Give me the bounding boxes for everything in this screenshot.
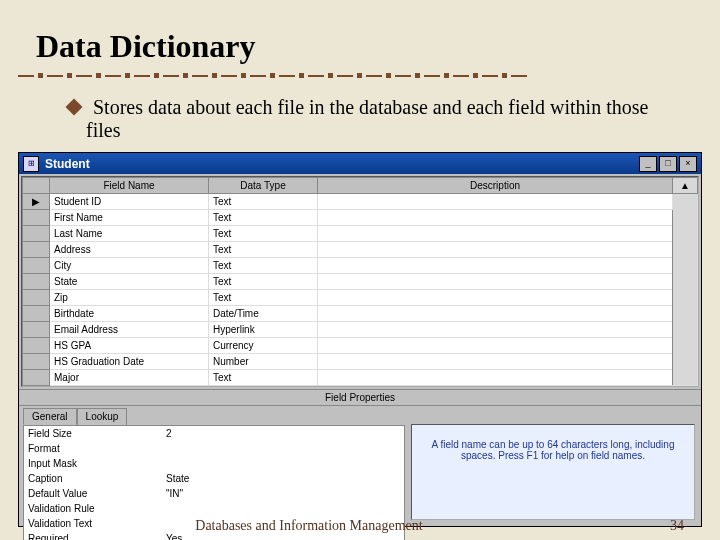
prop-key: Input Mask: [24, 456, 162, 471]
row-selector[interactable]: [23, 242, 50, 258]
row-selector[interactable]: ▶: [23, 194, 50, 210]
prop-key: Field Size: [24, 426, 162, 441]
prop-value[interactable]: 2: [162, 426, 404, 441]
cell-description[interactable]: [318, 210, 673, 226]
property-row[interactable]: Input Mask: [24, 456, 404, 471]
property-row[interactable]: Validation Rule: [24, 501, 404, 516]
bullet-text: Stores data about each file in the datab…: [0, 78, 720, 146]
table-row[interactable]: MajorText: [23, 370, 698, 386]
cell-fieldname[interactable]: Student ID: [50, 194, 209, 210]
cell-datatype[interactable]: Text: [209, 290, 318, 306]
cell-description[interactable]: [318, 354, 673, 370]
tab-general[interactable]: General: [23, 408, 77, 425]
col-datatype[interactable]: Data Type: [209, 178, 318, 194]
cell-fieldname[interactable]: City: [50, 258, 209, 274]
table-row[interactable]: Last NameText: [23, 226, 698, 242]
cell-fieldname[interactable]: Birthdate: [50, 306, 209, 322]
fields-grid: Field Name Data Type Description ▲ ▶Stud…: [21, 176, 699, 387]
properties-pane: General Lookup Field Size2FormatInput Ma…: [19, 406, 701, 526]
cell-datatype[interactable]: Text: [209, 370, 318, 386]
cell-description[interactable]: [318, 306, 673, 322]
help-panel: A field name can be up to 64 characters …: [411, 424, 695, 520]
cell-datatype[interactable]: Text: [209, 210, 318, 226]
cell-datatype[interactable]: Text: [209, 226, 318, 242]
row-selector[interactable]: [23, 322, 50, 338]
prop-key: Validation Rule: [24, 501, 162, 516]
table-row[interactable]: AddressText: [23, 242, 698, 258]
cell-fieldname[interactable]: Major: [50, 370, 209, 386]
row-selector[interactable]: [23, 226, 50, 242]
row-selector[interactable]: [23, 274, 50, 290]
prop-value[interactable]: [162, 441, 404, 456]
cell-description[interactable]: [318, 370, 673, 386]
row-selector[interactable]: [23, 210, 50, 226]
cell-datatype[interactable]: Text: [209, 258, 318, 274]
prop-key: Caption: [24, 471, 162, 486]
cell-fieldname[interactable]: Last Name: [50, 226, 209, 242]
row-selector[interactable]: [23, 354, 50, 370]
cell-datatype[interactable]: Currency: [209, 338, 318, 354]
tab-lookup[interactable]: Lookup: [77, 408, 128, 425]
window-title: Student: [45, 157, 637, 171]
cell-datatype[interactable]: Text: [209, 194, 318, 210]
property-row[interactable]: CaptionState: [24, 471, 404, 486]
table-row[interactable]: HS GPACurrency: [23, 338, 698, 354]
cell-description[interactable]: [318, 226, 673, 242]
property-row[interactable]: Format: [24, 441, 404, 456]
prop-value[interactable]: State: [162, 471, 404, 486]
cell-datatype[interactable]: Hyperlink: [209, 322, 318, 338]
table-row[interactable]: BirthdateDate/Time: [23, 306, 698, 322]
page-number: 34: [618, 518, 720, 534]
cell-fieldname[interactable]: Zip: [50, 290, 209, 306]
cell-datatype[interactable]: Text: [209, 242, 318, 258]
table-row[interactable]: First NameText: [23, 210, 698, 226]
window-titlebar: ⊞ Student _ □ ×: [19, 153, 701, 174]
cell-description[interactable]: [318, 258, 673, 274]
col-fieldname[interactable]: Field Name: [50, 178, 209, 194]
row-selector[interactable]: [23, 370, 50, 386]
row-selector[interactable]: [23, 290, 50, 306]
cell-description[interactable]: [318, 242, 673, 258]
cell-datatype[interactable]: Text: [209, 274, 318, 290]
prop-key: Format: [24, 441, 162, 456]
bullet-content: Stores data about each file in the datab…: [86, 96, 648, 141]
table-row[interactable]: ZipText: [23, 290, 698, 306]
scroll-up-icon[interactable]: ▲: [673, 178, 698, 194]
diamond-bullet-icon: [66, 99, 83, 116]
col-description[interactable]: Description: [318, 178, 673, 194]
prop-value[interactable]: "IN": [162, 486, 404, 501]
table-row[interactable]: StateText: [23, 274, 698, 290]
cell-description[interactable]: [318, 338, 673, 354]
row-selector[interactable]: [23, 258, 50, 274]
rowselector-header: [23, 178, 50, 194]
cell-fieldname[interactable]: State: [50, 274, 209, 290]
cell-description[interactable]: [318, 290, 673, 306]
cell-description[interactable]: [318, 274, 673, 290]
cell-datatype[interactable]: Number: [209, 354, 318, 370]
cell-datatype[interactable]: Date/Time: [209, 306, 318, 322]
prop-value[interactable]: [162, 456, 404, 471]
maximize-button[interactable]: □: [659, 156, 677, 172]
cell-fieldname[interactable]: HS Graduation Date: [50, 354, 209, 370]
cell-fieldname[interactable]: First Name: [50, 210, 209, 226]
app-icon: ⊞: [23, 156, 39, 172]
cell-fieldname[interactable]: Email Address: [50, 322, 209, 338]
property-row[interactable]: Default Value"IN": [24, 486, 404, 501]
table-row[interactable]: Email AddressHyperlink: [23, 322, 698, 338]
close-button[interactable]: ×: [679, 156, 697, 172]
table-row[interactable]: ▶Student IDText: [23, 194, 698, 210]
footer-center: Databases and Information Management: [0, 518, 618, 534]
slide-title: Data Dictionary: [0, 0, 720, 73]
cell-fieldname[interactable]: HS GPA: [50, 338, 209, 354]
table-row[interactable]: CityText: [23, 258, 698, 274]
vertical-scrollbar[interactable]: [673, 194, 698, 386]
table-row[interactable]: HS Graduation DateNumber: [23, 354, 698, 370]
row-selector[interactable]: [23, 338, 50, 354]
cell-description[interactable]: [318, 194, 673, 210]
property-row[interactable]: Field Size2: [24, 426, 404, 441]
row-selector[interactable]: [23, 306, 50, 322]
cell-description[interactable]: [318, 322, 673, 338]
prop-value[interactable]: [162, 501, 404, 516]
minimize-button[interactable]: _: [639, 156, 657, 172]
cell-fieldname[interactable]: Address: [50, 242, 209, 258]
